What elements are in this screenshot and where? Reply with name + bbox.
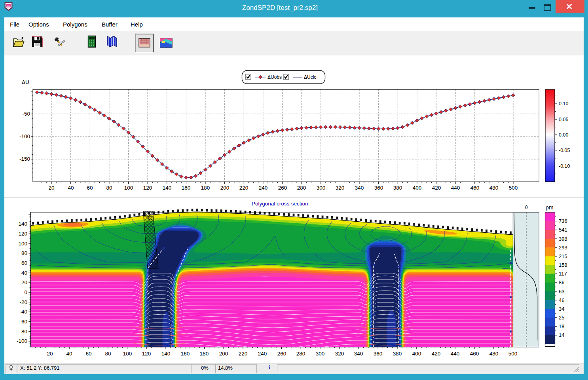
svg-text:0: 0	[525, 205, 528, 210]
svg-text:40: 40	[21, 270, 27, 276]
svg-text:200: 200	[219, 351, 228, 357]
svg-text:380: 380	[393, 351, 402, 357]
svg-text:140: 140	[18, 221, 27, 227]
svg-text:360: 360	[374, 351, 383, 357]
svg-text:40: 40	[66, 351, 72, 357]
svg-text:480: 480	[489, 351, 499, 357]
svg-text:-60: -60	[19, 319, 27, 325]
svg-text:100: 100	[123, 351, 132, 357]
svg-text:34: 34	[559, 306, 564, 312]
svg-text:500: 500	[508, 351, 518, 357]
svg-text:180: 180	[200, 351, 209, 357]
svg-text:0: 0	[24, 289, 27, 295]
svg-text:420: 420	[432, 351, 441, 357]
svg-text:160: 160	[181, 351, 190, 357]
svg-text:20: 20	[21, 279, 27, 285]
svg-text:-100: -100	[17, 338, 27, 344]
svg-text:440: 440	[451, 351, 460, 357]
svg-text:736: 736	[559, 218, 567, 224]
svg-text:18: 18	[559, 323, 564, 329]
svg-text:158: 158	[559, 262, 567, 268]
svg-text:300: 300	[316, 351, 325, 357]
svg-text:ρm: ρm	[546, 204, 554, 211]
svg-text:240: 240	[258, 351, 267, 357]
svg-text:220: 220	[239, 351, 248, 357]
svg-text:460: 460	[470, 351, 479, 357]
svg-text:60: 60	[21, 260, 27, 266]
svg-text:120: 120	[142, 351, 151, 357]
svg-text:215: 215	[559, 253, 567, 259]
svg-text:340: 340	[354, 351, 363, 357]
svg-text:541: 541	[559, 227, 567, 233]
svg-text:117: 117	[559, 271, 567, 277]
svg-text:398: 398	[559, 236, 567, 242]
svg-text:86: 86	[559, 279, 564, 285]
svg-text:120: 120	[18, 231, 27, 237]
svg-text:80: 80	[21, 250, 27, 256]
svg-text:100: 100	[18, 241, 27, 247]
svg-text:46: 46	[559, 297, 564, 303]
svg-text:-40: -40	[19, 309, 27, 315]
svg-text:-20: -20	[19, 299, 27, 305]
svg-text:260: 260	[277, 351, 286, 357]
svg-text:140: 140	[161, 351, 171, 357]
svg-text:20: 20	[47, 351, 53, 357]
svg-text:80: 80	[105, 351, 111, 357]
svg-text:14: 14	[559, 332, 564, 338]
svg-text:-80: -80	[19, 329, 27, 334]
svg-text:25: 25	[559, 315, 564, 321]
svg-text:400: 400	[412, 351, 421, 357]
svg-text:60: 60	[85, 351, 91, 357]
svg-text:280: 280	[296, 351, 305, 357]
svg-text:293: 293	[559, 245, 567, 251]
svg-text:320: 320	[335, 351, 344, 357]
svg-text:63: 63	[559, 289, 564, 294]
